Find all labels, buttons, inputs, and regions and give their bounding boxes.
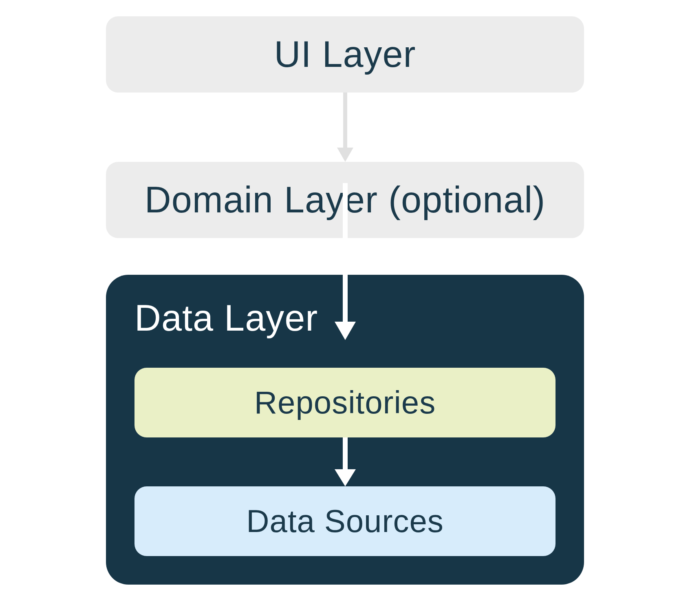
ui-layer-box: UI Layer (106, 16, 584, 93)
domain-layer-label: Domain Layer (optional) (145, 179, 545, 220)
data-layer-title: Data Layer (134, 297, 556, 339)
data-sources-box: Data Sources (134, 486, 556, 556)
repositories-label: Repositories (254, 384, 436, 420)
arrow-domain-spacer (106, 238, 584, 275)
arrow-repo-to-ds (134, 437, 556, 486)
arrow-ui-to-domain (106, 93, 584, 162)
architecture-diagram: UI Layer Domain Layer (optional) Data La… (106, 16, 584, 600)
arrow-down-icon (335, 93, 355, 162)
svg-marker-1 (337, 148, 353, 162)
data-sources-label: Data Sources (246, 503, 444, 539)
ui-layer-label: UI Layer (274, 34, 416, 75)
data-layer-container: Data Layer Repositories Data Sources (106, 275, 584, 585)
arrow-down-white-icon (333, 437, 357, 486)
domain-layer-box: Domain Layer (optional) (106, 162, 584, 238)
svg-marker-5 (335, 469, 356, 486)
repositories-box: Repositories (134, 368, 556, 437)
